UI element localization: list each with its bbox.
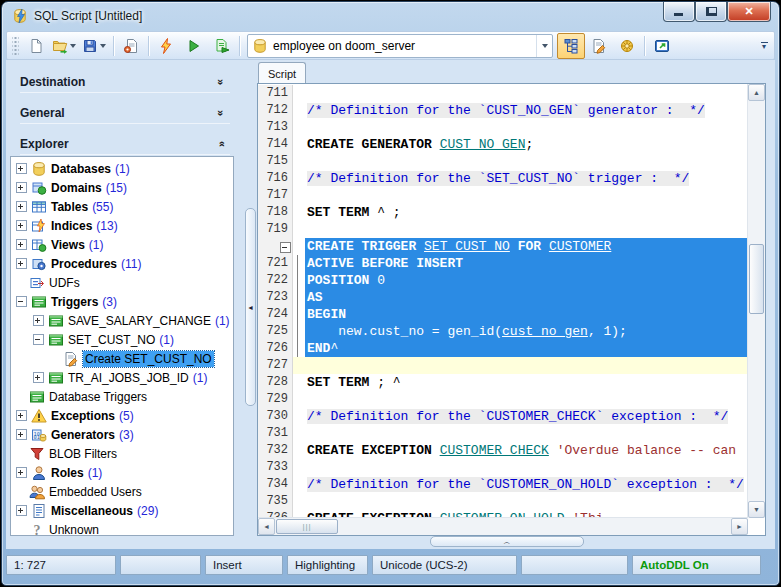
code-line[interactable]: 732CREATE EXCEPTION CUSTOMER_CHECK 'Over… (258, 442, 748, 459)
run-button[interactable] (180, 33, 208, 59)
vertical-scroll-thumb[interactable] (749, 244, 764, 314)
tree-item-procedures[interactable]: Procedures(11) (11, 254, 233, 273)
close-button[interactable]: ✕ (727, 2, 771, 22)
tree-item-save-salary-change[interactable]: SAVE_SALARY_CHANGE(1) (11, 311, 233, 330)
code-area[interactable]: 711712/* Definition for the `CUST_NO_GEN… (258, 85, 748, 518)
dropdown-arrow-icon[interactable] (70, 44, 76, 48)
collapse-minus-icon[interactable] (33, 334, 44, 345)
expand-plus-icon[interactable] (16, 258, 27, 269)
tree-item-miscellaneous[interactable]: Miscellaneous(29) (11, 501, 233, 520)
expand-plus-icon[interactable] (16, 163, 27, 174)
code-line[interactable]: 724BEGIN (258, 306, 748, 323)
tree-item-blob-filters[interactable]: BLOB Filters (11, 444, 233, 463)
sidebar-collapse-handle[interactable]: ◄ (245, 208, 256, 406)
code-line[interactable]: 728SET TERM ; ^ (258, 374, 748, 391)
dropdown-arrow-icon[interactable] (100, 44, 106, 48)
tree-item-databases[interactable]: Databases(1) (11, 159, 233, 178)
code-line[interactable]: 714CREATE GENERATOR CUST_NO_GEN; (258, 136, 748, 153)
tree-item-generators[interactable]: 1001Generators(3) (11, 425, 233, 444)
code-line[interactable]: CREATE TRIGGER SET_CUST_NO FOR CUSTOMER (258, 238, 748, 255)
section-destination[interactable]: Destination » (20, 72, 230, 93)
editor-collapse-handle[interactable]: ︿ (430, 536, 584, 547)
database-combo[interactable]: employee on doom_server (247, 34, 553, 58)
expand-plus-icon[interactable] (16, 201, 27, 212)
expand-plus-icon[interactable] (16, 239, 27, 250)
tree-item-views[interactable]: Views(1) (11, 235, 233, 254)
code-line[interactable]: 723AS (258, 289, 748, 306)
minimize-button[interactable] (663, 2, 695, 22)
code-line[interactable]: 722POSITION 0 (258, 272, 748, 289)
expand-plus-icon[interactable] (16, 182, 27, 193)
explorer-toggle-button[interactable] (557, 33, 585, 59)
tree-item-embedded-users[interactable]: Embedded Users (11, 482, 233, 501)
run-under-cursor-button[interactable] (208, 33, 236, 59)
tree-item-unknown[interactable]: ?Unknown (11, 520, 233, 536)
tab-script[interactable]: Script (258, 62, 306, 84)
expand-plus-icon[interactable] (16, 429, 27, 440)
editor-properties-button[interactable] (585, 33, 613, 59)
code-line[interactable]: 735 (258, 493, 748, 510)
tree-item-tr-ai-jobs-job-id[interactable]: TR_AI_JOBS_JOB_ID(1) (11, 368, 233, 387)
code-line[interactable]: 718SET TERM ^ ; (258, 204, 748, 221)
tree-item-create-set-cust-no[interactable]: Create SET_CUST_NO (11, 349, 233, 368)
expand-plus-icon[interactable] (33, 315, 44, 326)
expand-plus-icon[interactable] (16, 505, 27, 516)
options-wheel-button[interactable] (613, 33, 641, 59)
expand-plus-icon[interactable] (16, 467, 27, 478)
save-script-button[interactable] (80, 33, 110, 59)
maximize-button[interactable] (695, 2, 727, 22)
sql-editor[interactable]: 711712/* Definition for the `CUST_NO_GEN… (257, 83, 766, 536)
code-line[interactable]: 733 (258, 459, 748, 476)
tree-item-indices[interactable]: Indices(13) (11, 216, 233, 235)
code-line[interactable]: 712/* Definition for the `CUST_NO_GEN` g… (258, 102, 748, 119)
code-line[interactable]: 729 (258, 391, 748, 408)
scroll-up-arrow[interactable]: ▲ (748, 84, 765, 101)
horizontal-scroll-thumb[interactable]: ||| (276, 519, 338, 534)
tree-item-triggers[interactable]: Triggers(3) (11, 292, 233, 311)
code-line[interactable]: 711 (258, 85, 748, 102)
code-line[interactable]: 721ACTIVE BEFORE INSERT (258, 255, 748, 272)
tree-item-udfs[interactable]: UDFs (11, 273, 233, 292)
toolbar-overflow-button[interactable]: ▾ (758, 42, 772, 49)
execute-script-button[interactable] (152, 33, 180, 59)
code-line[interactable]: 726END^ (258, 340, 748, 357)
code-line[interactable]: 716/* Definition for the `SET_CUST_NO` t… (258, 170, 748, 187)
tree-item-exceptions[interactable]: Exceptions(5) (11, 406, 233, 425)
chevron-expand-icon[interactable]: » (215, 79, 227, 85)
section-general[interactable]: General » (20, 103, 230, 124)
vertical-scrollbar[interactable]: ▲ ▼ (747, 84, 765, 518)
code-line[interactable]: 715 (258, 153, 748, 170)
collapse-minus-icon[interactable] (16, 296, 27, 307)
tree-item-domains[interactable]: Domains(15) (11, 178, 233, 197)
code-line[interactable]: 734/* Definition for the `CUSTOMER_ON_HO… (258, 476, 748, 493)
open-script-button[interactable] (50, 33, 80, 59)
expand-plus-icon[interactable] (33, 372, 44, 383)
code-line[interactable]: 719 (258, 221, 748, 238)
tree-item-set-cust-no[interactable]: SET_CUST_NO(1) (11, 330, 233, 349)
expand-plus-icon[interactable] (16, 220, 27, 231)
chevron-expand-icon[interactable]: » (215, 110, 227, 116)
tree-item-database-triggers[interactable]: Database Triggers (11, 387, 233, 406)
new-script-button[interactable] (22, 33, 50, 59)
code-line[interactable]: 717 (258, 187, 748, 204)
scroll-right-arrow[interactable]: ► (731, 518, 748, 535)
code-line[interactable]: 731 (258, 425, 748, 442)
tree-item-tables[interactable]: Tables(55) (11, 197, 233, 216)
combo-dropdown-arrow[interactable] (536, 35, 552, 57)
script-options-button[interactable] (117, 33, 145, 59)
open-in-window-button[interactable] (648, 33, 676, 59)
code-line[interactable]: 727 (258, 357, 748, 374)
toolbar-grip[interactable] (12, 36, 19, 56)
horizontal-scrollbar[interactable]: ◄ ||| ► (258, 517, 748, 535)
scroll-left-arrow[interactable]: ◄ (258, 518, 275, 535)
code-line[interactable]: 713 (258, 119, 748, 136)
chevron-collapse-icon[interactable]: » (215, 141, 227, 147)
expand-plus-icon[interactable] (16, 410, 27, 421)
title-bar[interactable]: SQL Script [Untitled] ✕ (2, 2, 779, 31)
code-line[interactable]: 725 new.cust_no = gen_id(cust_no_gen, 1)… (258, 323, 748, 340)
fold-collapse-icon[interactable] (280, 242, 291, 253)
code-line[interactable]: 730/* Definition for the `CUSTOMER_CHECK… (258, 408, 748, 425)
section-explorer[interactable]: Explorer » (20, 134, 230, 155)
tree-item-roles[interactable]: Roles(1) (11, 463, 233, 482)
scroll-down-arrow[interactable]: ▼ (748, 501, 765, 518)
